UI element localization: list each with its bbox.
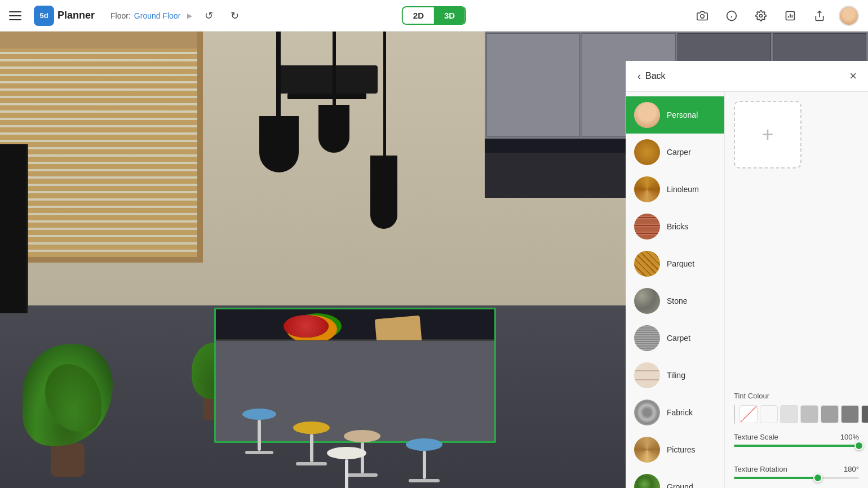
share-button[interactable] xyxy=(809,6,830,26)
material-item-fabrick[interactable]: Fabrick xyxy=(626,394,724,431)
bricks-thumbnail xyxy=(634,214,660,239)
texture-scale-fill xyxy=(734,445,859,447)
stool-blue-left xyxy=(242,409,276,454)
texture-scale-section: Texture Scale 100% xyxy=(734,433,859,447)
material-item-tiling[interactable]: Tiling xyxy=(626,357,724,394)
color-swatches xyxy=(739,405,868,423)
material-panel: ‹ Back × Personal CarperLinoleumBricksPa… xyxy=(626,61,868,488)
parquet-label: Parquet xyxy=(667,259,694,268)
texture-rotation-section: Texture Rotation 180° xyxy=(734,465,859,479)
swatch-light-gray[interactable] xyxy=(780,405,798,423)
user-avatar[interactable] xyxy=(839,6,859,26)
left-wall-feature xyxy=(0,144,28,313)
fabrick-label: Fabrick xyxy=(667,408,693,417)
material-item-parquet[interactable]: Parquet xyxy=(626,245,724,282)
add-material-button[interactable]: + xyxy=(734,101,801,168)
stool-blue-right xyxy=(406,438,442,482)
swatch-dark-gray[interactable] xyxy=(821,405,839,423)
stool-yellow xyxy=(293,422,330,465)
pendant-wire-2 xyxy=(333,32,336,105)
floor-name[interactable]: Ground Floor xyxy=(134,11,180,20)
camera-button[interactable] xyxy=(692,6,712,26)
app-name: Planner xyxy=(57,10,95,21)
texture-rotation-header: Texture Rotation 180° xyxy=(734,465,859,473)
tint-preview-swatch[interactable] xyxy=(734,405,735,424)
panel-body: Personal CarperLinoleumBricksParquetSton… xyxy=(626,92,868,488)
personal-avatar xyxy=(634,102,660,128)
swatch-black[interactable] xyxy=(861,405,868,423)
logo-text: 5d xyxy=(39,11,48,20)
texture-scale-value: 100% xyxy=(840,433,859,441)
3d-view-button[interactable]: 3D xyxy=(434,7,465,24)
svg-point-0 xyxy=(701,14,705,18)
floor-arrow-icon[interactable]: ▶ xyxy=(187,12,192,20)
material-item-carpet2[interactable]: Carpet xyxy=(626,320,724,357)
material-list: Personal CarperLinoleumBricksParquetSton… xyxy=(626,92,725,488)
pictures-thumbnail xyxy=(634,437,660,463)
back-arrow-icon: ‹ xyxy=(637,70,641,82)
back-button[interactable]: ‹ Back xyxy=(637,70,666,82)
avatar-image xyxy=(840,7,858,25)
carpet2-label: Carpet xyxy=(667,334,690,343)
personal-label: Personal xyxy=(667,110,698,119)
tiling-label: Tiling xyxy=(667,371,685,380)
logo: 5d Planner xyxy=(34,6,95,26)
settings-button[interactable] xyxy=(751,6,771,26)
material-item-pictures[interactable]: Pictures xyxy=(626,431,724,468)
material-item-linoleum[interactable]: Linoleum xyxy=(626,171,724,208)
stone-thumbnail xyxy=(634,288,660,314)
window xyxy=(0,32,203,263)
material-item-bricks[interactable]: Bricks xyxy=(626,208,724,245)
tint-colour-section: Tint Colour xyxy=(734,392,859,424)
material-item-personal[interactable]: Personal xyxy=(626,96,724,134)
info-button[interactable] xyxy=(721,6,742,26)
pendant-light-3 xyxy=(370,156,397,229)
material-item-carper[interactable]: Carper xyxy=(626,134,724,171)
window-blinds xyxy=(0,32,197,257)
fabrick-thumbnail xyxy=(634,400,660,425)
tint-colour-label: Tint Colour xyxy=(734,392,859,400)
plant-pot xyxy=(51,443,85,477)
pendant-light-1 xyxy=(259,116,299,172)
toolbar: 5d Planner Floor: Ground Floor ▶ ↺ ↻ 2D … xyxy=(0,0,868,32)
swatch-mid-gray[interactable] xyxy=(800,405,818,423)
chart-button[interactable] xyxy=(780,6,800,26)
exhaust-hood xyxy=(276,65,378,94)
swatch-no-color[interactable] xyxy=(739,405,758,423)
floor-prefix: Floor: xyxy=(110,11,131,20)
pendant-wire-1 xyxy=(276,32,281,116)
carpet2-thumbnail xyxy=(634,325,660,351)
view-toggle-group: 2D 3D xyxy=(402,6,466,25)
texture-rotation-label: Texture Rotation xyxy=(734,465,787,473)
texture-scale-slider[interactable] xyxy=(734,445,859,447)
plant-large xyxy=(11,336,124,477)
plus-icon: + xyxy=(761,123,773,147)
floor-label: Floor: Ground Floor xyxy=(110,11,180,20)
material-item-ground[interactable]: Ground xyxy=(626,468,724,488)
menu-button[interactable] xyxy=(9,7,27,25)
svg-point-4 xyxy=(760,14,763,17)
tint-colour-row xyxy=(734,405,859,424)
logo-box: 5d xyxy=(34,6,54,26)
swatch-darker-gray[interactable] xyxy=(841,405,859,423)
texture-scale-label: Texture Scale xyxy=(734,433,778,441)
back-label: Back xyxy=(645,71,666,81)
material-item-stone[interactable]: Stone xyxy=(626,282,724,320)
texture-rotation-slider[interactable] xyxy=(734,477,859,479)
2d-view-button[interactable]: 2D xyxy=(403,7,434,24)
tiling-thumbnail xyxy=(634,362,660,388)
close-button[interactable]: × xyxy=(849,69,857,83)
redo-button[interactable]: ↻ xyxy=(225,6,244,25)
panel-right-content: + Tint Colour Texture Scale 100% xyxy=(725,92,868,488)
undo-button[interactable]: ↺ xyxy=(199,6,218,25)
bricks-label: Bricks xyxy=(667,222,688,231)
texture-rotation-value: 180° xyxy=(844,465,859,473)
texture-rotation-fill xyxy=(734,477,818,479)
swatch-white[interactable] xyxy=(760,405,778,423)
pendant-wire-3 xyxy=(383,32,386,156)
exhaust-duct xyxy=(287,94,366,99)
spacer xyxy=(734,178,859,383)
ground-thumbnail xyxy=(634,474,660,488)
island-top-surface xyxy=(216,309,494,340)
panel-header: ‹ Back × xyxy=(626,61,868,92)
